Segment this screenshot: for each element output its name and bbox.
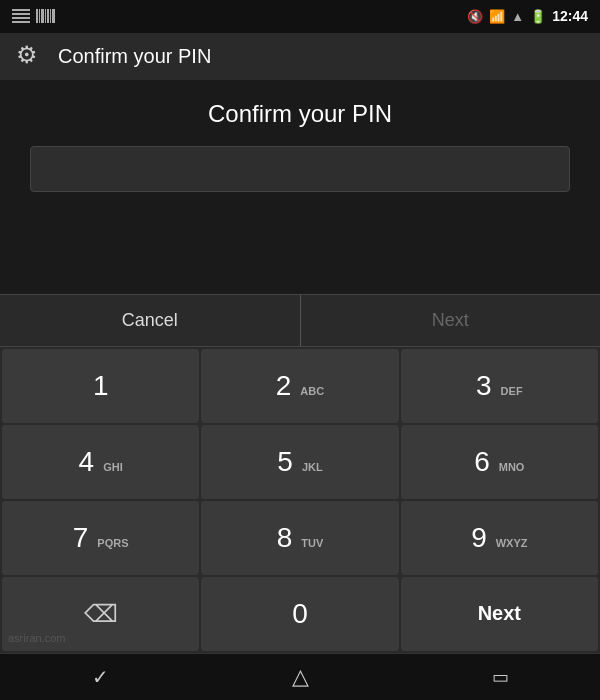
key-1[interactable]: 1 — [2, 349, 199, 423]
status-bar: 🔇 📶 ▲ 🔋 12:44 — [0, 0, 600, 33]
key-0[interactable]: 0 — [201, 577, 398, 651]
spacer — [0, 222, 600, 294]
key-4[interactable]: 4 GHI — [2, 425, 199, 499]
title-bar: ⚙ Confirm your PIN — [0, 33, 600, 80]
numpad: 1 2 ABC 3 DEF 4 GHI 5 JKL — [0, 347, 600, 653]
barcode-icon — [36, 9, 55, 23]
battery-icon: 🔋 — [530, 9, 546, 24]
action-bar: Cancel Next — [0, 294, 600, 347]
main-content: Confirm your PIN — [0, 80, 600, 222]
status-left-icons — [12, 9, 55, 23]
backspace-icon: ⌫ — [84, 600, 118, 628]
wifi-icon: 📶 — [489, 9, 505, 24]
key-7[interactable]: 7 PQRS — [2, 501, 199, 575]
title-bar-label: Confirm your PIN — [58, 45, 211, 68]
nav-bar: ✓ △ ▭ — [0, 653, 600, 700]
status-right-area: 🔇 📶 ▲ 🔋 12:44 — [467, 8, 588, 24]
key-5[interactable]: 5 JKL — [201, 425, 398, 499]
status-time: 12:44 — [552, 8, 588, 24]
signal-icon: ▲ — [511, 9, 524, 24]
key-3[interactable]: 3 DEF — [401, 349, 598, 423]
key-9[interactable]: 9 WXYZ — [401, 501, 598, 575]
pin-input[interactable] — [30, 146, 570, 192]
key-6[interactable]: 6 MNO — [401, 425, 598, 499]
key-2[interactable]: 2 ABC — [201, 349, 398, 423]
hamburger-icon — [12, 9, 30, 23]
key-8[interactable]: 8 TUV — [201, 501, 398, 575]
next-button-disabled: Next — [301, 295, 601, 346]
mute-icon: 🔇 — [467, 9, 483, 24]
confirm-heading: Confirm your PIN — [208, 100, 392, 128]
nav-home-icon[interactable]: △ — [292, 664, 309, 690]
settings-gear-icon: ⚙ — [16, 41, 46, 71]
nav-recents-icon[interactable]: ▭ — [492, 666, 509, 688]
cancel-button[interactable]: Cancel — [0, 295, 301, 346]
key-next[interactable]: Next — [401, 577, 598, 651]
watermark: asriran.com — [8, 632, 65, 644]
nav-back-icon[interactable]: ✓ — [92, 665, 109, 689]
